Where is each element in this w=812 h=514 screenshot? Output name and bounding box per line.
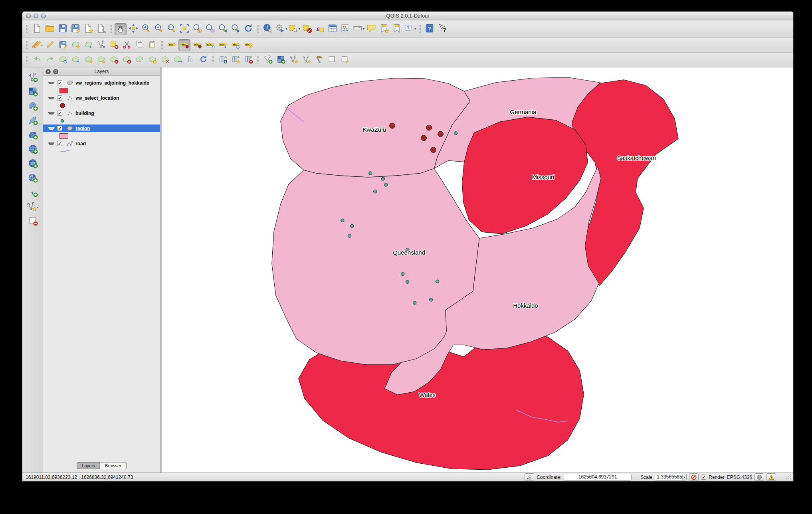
render-checkbox[interactable]: ✓ [701, 474, 706, 480]
layer-visibility-checkbox[interactable]: ✓ [57, 141, 62, 146]
select-features-dropdown-icon[interactable]: ▾ [299, 27, 300, 31]
toolbar-grip[interactable] [257, 25, 259, 34]
zoom-to-layer-button[interactable] [204, 23, 216, 35]
add-raster-layer-button[interactable] [28, 85, 38, 99]
layer-item-building[interactable]: ✓building [43, 109, 160, 117]
toolbar-grip[interactable] [257, 55, 259, 64]
change-label-properties-button[interactable]: abc [242, 39, 254, 51]
add-mssql-layer-button[interactable] [28, 128, 38, 142]
zoom-out-button[interactable] [153, 23, 165, 35]
layer-symbol-swatch[interactable] [59, 148, 70, 155]
toolbar-grip[interactable] [109, 25, 112, 34]
layer-visibility-checkbox[interactable]: ✓ [57, 126, 62, 131]
layer-symbol-swatch[interactable] [60, 103, 65, 108]
text-annotation-button[interactable]: T▾ [404, 23, 416, 35]
offset-curve-button[interactable] [184, 54, 196, 66]
refresh-map-button[interactable] [242, 23, 254, 35]
labeling-options-button[interactable]: abc [166, 39, 178, 51]
layer-symbol-swatch[interactable] [61, 119, 64, 123]
toolbar-grip[interactable] [26, 25, 29, 34]
identify-features-button[interactable]: i [262, 23, 274, 35]
paste-features-button[interactable] [146, 39, 158, 51]
fill-ring-button[interactable] [146, 54, 158, 66]
new-vector-feature-tool-button[interactable] [262, 54, 274, 66]
toolbar-grip[interactable] [26, 41, 29, 49]
toolbar-grip[interactable] [418, 25, 421, 34]
save-project-button[interactable] [57, 23, 69, 35]
map-tips-button[interactable] [365, 23, 377, 35]
disclosure-triangle-icon[interactable] [48, 82, 55, 84]
checkout-edits-button[interactable] [217, 54, 229, 66]
zoom-in-button[interactable] [140, 23, 152, 35]
run-feature-action-button[interactable]: ▾ [275, 23, 287, 35]
refresh-edits-button[interactable] [197, 54, 209, 66]
deselect-features-button[interactable] [301, 23, 313, 35]
select-by-expression-button[interactable]: ε [314, 23, 326, 35]
panel-detach-icon[interactable]: □ [53, 69, 58, 74]
new-bookmark-button[interactable] [378, 23, 390, 35]
layer-visibility-checkbox[interactable]: ✓ [57, 95, 62, 101]
zoom-last-button[interactable] [217, 23, 229, 35]
rotate-feature-button[interactable] [57, 54, 69, 66]
pan-map-button[interactable] [115, 23, 127, 35]
select-features-button[interactable]: ▾ [288, 23, 300, 35]
map-extent-tool-button[interactable] [326, 54, 338, 66]
help-contents-button[interactable]: ? [424, 23, 436, 35]
toggle-editing-button[interactable] [44, 39, 56, 51]
new-shapefile-layer-button[interactable]: ▾ [26, 200, 38, 214]
add-ring-button[interactable] [82, 54, 94, 66]
reshape-features-button[interactable] [133, 54, 145, 66]
text-annotation-dropdown-icon[interactable]: ▾ [414, 27, 416, 31]
simplify-feature-button[interactable] [69, 54, 81, 66]
scale-dropdown-icon[interactable]: ▾ [682, 474, 687, 480]
zoom-next-button[interactable] [230, 23, 242, 35]
open-attribute-table-button[interactable] [327, 23, 339, 35]
current-edits-dropdown-icon[interactable]: ▾ [41, 43, 43, 47]
current-edits-button[interactable]: ▾ [31, 39, 43, 51]
add-feature-button[interactable] [69, 39, 81, 51]
add-spatialite-layer-button[interactable] [28, 114, 38, 128]
coordinate-input[interactable]: 1625604,6937291 [564, 474, 632, 480]
composer-manager-button[interactable] [95, 23, 107, 35]
layer-visibility-checkbox[interactable]: ✓ [57, 80, 62, 85]
toolbar-grip[interactable] [26, 55, 29, 64]
copy-features-button[interactable] [133, 39, 145, 51]
undo-button[interactable] [31, 54, 43, 66]
vector-edit-tool-button[interactable] [300, 54, 312, 66]
show-hide-labels-button[interactable]: abc [204, 39, 216, 51]
title-bar[interactable]: QGIS 2.0.1-Dufour [22, 12, 793, 20]
new-shapefile-layer-dropdown-icon[interactable]: ▾ [37, 206, 38, 209]
vector-commit-tool-button[interactable] [287, 54, 299, 66]
add-oracle-layer-button[interactable] [28, 142, 38, 157]
measure-line-button[interactable]: ▾ [352, 23, 364, 35]
layer-symbol-swatch[interactable] [59, 88, 68, 93]
scale-combobox[interactable]: 1:33565585 ▾ [655, 474, 687, 480]
stop-render-icon[interactable] [689, 473, 699, 481]
panel-close-icon[interactable]: × [46, 69, 51, 74]
add-vector-layer-button[interactable] [28, 71, 38, 85]
commit-edits-button[interactable] [230, 54, 242, 66]
layer-item-road[interactable]: ✓road [43, 140, 160, 147]
close-window-button[interactable] [26, 14, 31, 18]
delete-ring-button[interactable] [108, 54, 120, 66]
new-print-composer-button[interactable] [82, 23, 94, 35]
crs-globe-icon[interactable] [755, 473, 764, 481]
run-feature-action-dropdown-icon[interactable]: ▾ [285, 27, 287, 31]
new-project-button[interactable] [31, 23, 43, 35]
region-polygon-saskatchewan[interactable] [572, 80, 678, 285]
move-label-button[interactable]: abc [217, 39, 229, 51]
zoom-full-button[interactable] [178, 23, 190, 35]
disclosure-triangle-icon[interactable] [48, 127, 55, 130]
tab-layers[interactable]: Layers [77, 462, 100, 469]
move-feature-button[interactable] [82, 39, 94, 51]
save-layer-edits-button[interactable] [57, 39, 69, 51]
merge-features-button[interactable] [172, 54, 184, 66]
toggle-extents-icon[interactable] [525, 473, 534, 481]
map-canvas[interactable]: GermaniaKwaZuluSaskatchewanMissouriWales… [162, 67, 793, 472]
pan-to-selection-button[interactable] [127, 23, 139, 35]
rollback-edits-button[interactable] [242, 54, 254, 66]
rotate-label-button[interactable]: abc [230, 39, 242, 51]
field-calculator-button[interactable] [339, 23, 351, 35]
redo-button[interactable] [44, 54, 56, 66]
toolbar-grip[interactable] [160, 41, 163, 49]
